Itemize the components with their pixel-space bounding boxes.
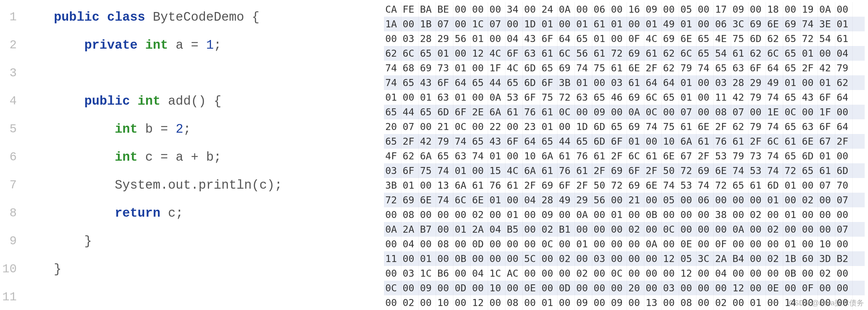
hex-byte: 0C bbox=[662, 222, 679, 237]
hex-byte: 4F bbox=[384, 149, 401, 163]
hex-row: 626C650100124C6F63616C5661726961626C6554… bbox=[384, 46, 865, 61]
hex-byte: 63 bbox=[801, 119, 818, 134]
hex-byte: 09 bbox=[540, 207, 558, 222]
hex-byte: 00 bbox=[801, 75, 818, 90]
hex-byte: 67 bbox=[818, 134, 835, 149]
hex-byte: 61 bbox=[540, 46, 558, 61]
hex-byte: 01 bbox=[783, 75, 801, 90]
hex-byte: 74 bbox=[696, 61, 714, 75]
hex-byte: 00 bbox=[384, 31, 401, 46]
hex-byte: B6 bbox=[436, 266, 453, 281]
hex-row: CAFEBABE0000003400240A000600160900050017… bbox=[384, 2, 865, 17]
hex-byte: 00 bbox=[401, 17, 418, 31]
hex-byte: 00 bbox=[610, 222, 627, 237]
hex-byte: 01 bbox=[748, 295, 766, 310]
hex-byte: 00 bbox=[384, 207, 401, 222]
hex-byte: 4C bbox=[505, 61, 523, 75]
hex-byte: 44 bbox=[401, 105, 418, 119]
hex-byte: 00 bbox=[835, 149, 852, 163]
hex-byte: 2F bbox=[644, 61, 662, 75]
hex-byte: 02 bbox=[766, 222, 783, 237]
hex-byte: 10 bbox=[523, 149, 540, 163]
code-editor: 1234567891011 public class ByteCodeDemo … bbox=[0, 0, 377, 310]
hex-byte: 01 bbox=[488, 193, 505, 207]
hex-byte: 44 bbox=[488, 75, 505, 90]
hex-byte: 00 bbox=[696, 75, 714, 90]
hex-byte: 00 bbox=[662, 105, 679, 119]
hex-byte: 00 bbox=[471, 2, 488, 17]
hex-byte: 65 bbox=[384, 105, 401, 119]
hex-byte: 74 bbox=[384, 61, 401, 75]
hex-byte: 00 bbox=[505, 149, 523, 163]
line-number: 9 bbox=[0, 227, 17, 255]
hex-byte: 56 bbox=[575, 46, 592, 61]
hex-byte: 62 bbox=[384, 46, 401, 61]
hex-byte: 12 bbox=[471, 295, 488, 310]
hex-byte: 00 bbox=[471, 251, 488, 266]
hex-byte: 00 bbox=[592, 237, 610, 251]
hex-byte: 6D bbox=[592, 134, 610, 149]
hex-byte: AC bbox=[505, 266, 523, 281]
hex-byte: 18 bbox=[766, 2, 783, 17]
hex-byte: 53 bbox=[714, 149, 731, 163]
hex-byte: 49 bbox=[662, 17, 679, 31]
code-line: int c = a + b; bbox=[23, 143, 282, 171]
hex-byte: 6E bbox=[801, 134, 818, 149]
hex-byte: 63 bbox=[731, 61, 748, 75]
hex-byte: 01 bbox=[418, 251, 436, 266]
hex-byte: 74 bbox=[766, 119, 783, 134]
hex-byte: 1E bbox=[766, 105, 783, 119]
hex-byte: 03 bbox=[714, 75, 731, 90]
hex-byte: 00 bbox=[748, 251, 766, 266]
hex-byte: 01 bbox=[401, 178, 418, 193]
hex-byte: 74 bbox=[801, 17, 818, 31]
hex-byte: 56 bbox=[592, 193, 610, 207]
hex-byte: 0D bbox=[558, 281, 575, 295]
hex-byte: 19 bbox=[801, 2, 818, 17]
hex-byte: 01 bbox=[783, 178, 801, 193]
hex-byte: 65 bbox=[783, 90, 801, 105]
hex-byte: 43 bbox=[488, 134, 505, 149]
hex-byte: 04 bbox=[505, 31, 523, 46]
hex-byte: 00 bbox=[644, 134, 662, 149]
hex-byte: B7 bbox=[418, 222, 436, 237]
hex-byte: 00 bbox=[488, 251, 505, 266]
hex-byte: 00 bbox=[766, 207, 783, 222]
hex-byte: 12 bbox=[471, 46, 488, 61]
hex-byte: 0F bbox=[627, 31, 644, 46]
hex-byte: 42 bbox=[731, 90, 748, 105]
hex-byte: 00 bbox=[436, 281, 453, 295]
hex-byte: 64 bbox=[662, 75, 679, 90]
hex-byte: 00 bbox=[696, 266, 714, 281]
hex-byte: 65 bbox=[783, 31, 801, 46]
hex-byte: 72 bbox=[610, 178, 627, 193]
hex-byte: 61 bbox=[540, 163, 558, 178]
hex-byte: 00 bbox=[627, 295, 644, 310]
hex-byte: 65 bbox=[384, 134, 401, 149]
hex-byte: 00 bbox=[748, 237, 766, 251]
hex-byte: 69 bbox=[610, 163, 627, 178]
hex-byte: 0B bbox=[453, 251, 471, 266]
hex-byte: 00 bbox=[748, 281, 766, 295]
hex-byte: 01 bbox=[453, 90, 471, 105]
hex-byte: 01 bbox=[592, 31, 610, 46]
hex-byte: 00 bbox=[801, 266, 818, 281]
hex-byte: 00 bbox=[696, 237, 714, 251]
hex-byte: 00 bbox=[505, 237, 523, 251]
hex-byte: 2F bbox=[714, 119, 731, 134]
hex-byte: 04 bbox=[471, 266, 488, 281]
hex-byte: 01 bbox=[575, 17, 592, 31]
hex-byte: 1C bbox=[471, 17, 488, 31]
hex-byte: 0A bbox=[488, 90, 505, 105]
hex-byte: 00 bbox=[748, 222, 766, 237]
hex-byte: 76 bbox=[523, 105, 540, 119]
hex-byte: 11 bbox=[384, 251, 401, 266]
hex-byte: 06 bbox=[696, 193, 714, 207]
hex-byte: 72 bbox=[783, 163, 801, 178]
hex-byte: 00 bbox=[731, 237, 748, 251]
hex-byte: 00 bbox=[523, 207, 540, 222]
hex-byte: 6A bbox=[488, 105, 505, 119]
hex-byte: 02 bbox=[575, 266, 592, 281]
hex-byte: 00 bbox=[627, 207, 644, 222]
hex-row: 00080000000200010009000A0001000B00000038… bbox=[384, 207, 865, 222]
